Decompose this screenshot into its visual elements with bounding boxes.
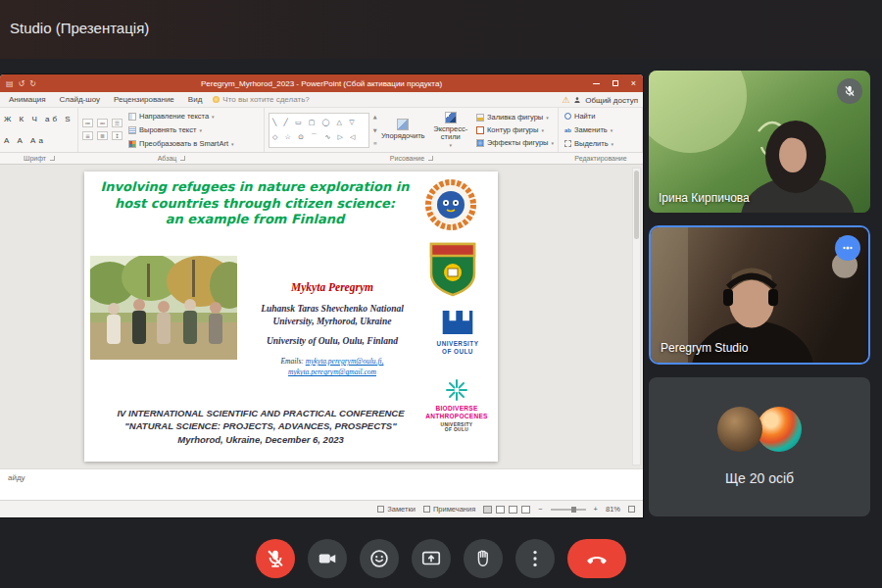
smiley-icon [368, 548, 390, 569]
university-emblem [427, 240, 478, 297]
notes-text: айду [8, 473, 25, 482]
arrange-button[interactable]: Упорядочить [381, 111, 425, 149]
ppt-status-bar: Заметки Примечания − + 81% [0, 500, 643, 517]
find-button[interactable]: Найти [564, 112, 636, 121]
notes-toggle[interactable]: Заметки [377, 505, 416, 514]
text-direction-button[interactable]: Направление текста▾ [128, 112, 260, 121]
window-controls: × [587, 74, 643, 92]
camera-button[interactable] [308, 539, 347, 578]
participant-name: Peregrym Studio [661, 341, 748, 355]
slideshow-icon[interactable] [521, 506, 530, 514]
conference-text: IV INTERNATIONAL SCIENTIFIC AND PRACTICA… [94, 407, 427, 446]
tab-review[interactable]: Рецензирование [107, 95, 181, 104]
shape-fill-button[interactable]: Заливка фигуры▾ [476, 113, 554, 122]
mic-button[interactable] [256, 539, 295, 578]
notes-pane[interactable]: айду [0, 468, 643, 500]
tab-animation[interactable]: Анимация [2, 95, 53, 104]
close-icon[interactable]: × [624, 74, 643, 92]
replace-button[interactable]: ab Заменить▾ [564, 125, 636, 134]
list-buttons-grid[interactable]: ≔≕☰ ≡≣↕ [82, 111, 124, 149]
quick-styles-icon [445, 112, 457, 123]
slide-sorter-icon[interactable] [496, 506, 505, 514]
zoom-slider[interactable] [551, 509, 586, 511]
undo-icon[interactable]: ↺ [19, 79, 25, 88]
find-icon [564, 113, 571, 120]
dialog-launcher-icon[interactable] [428, 156, 433, 161]
dialog-launcher-icon[interactable] [180, 156, 185, 161]
lightbulb-icon [213, 96, 220, 103]
font-buttons-row2[interactable]: А А Aa [4, 136, 74, 145]
quick-styles-button[interactable]: Экспресс-стили ▾ [429, 111, 472, 149]
shape-format-buttons: Заливка фигуры▾ Контур фигуры▾ Эффекты ф… [476, 111, 554, 149]
minimize-icon[interactable] [587, 74, 606, 92]
comments-toggle[interactable]: Примечания [423, 505, 475, 514]
select-button[interactable]: Выделить▾ [564, 139, 636, 148]
overflow-participants-tile[interactable]: Ще 20 осіб [649, 377, 870, 516]
powerpoint-window: ▤ ↺ ↻ Peregrym_Myrhorod_2023 - PowerPoin… [0, 74, 643, 517]
save-icon[interactable]: ▤ [6, 79, 14, 88]
slide-title: Involving refugees in nature exploration… [90, 179, 419, 228]
editing-group: Найти ab Заменить▾ Выделить▾ [559, 108, 643, 152]
slide-affiliation-2: University of Oulu, Oulu, Finland [239, 336, 425, 346]
restore-icon[interactable] [606, 74, 624, 92]
ribbon: Ж К Ч аб S А А Aa ≔≕☰ ≡≣↕ Направление те… [0, 108, 643, 153]
redo-icon[interactable]: ↻ [29, 79, 36, 88]
reactions-button[interactable] [360, 539, 399, 578]
tab-slideshow[interactable]: Слайд-шоу [53, 95, 107, 104]
smartart-icon [128, 140, 136, 148]
email-link-1[interactable]: mykyta.peregrym@oulu.fi, [306, 357, 384, 366]
end-call-button[interactable] [567, 539, 626, 578]
tell-me-box[interactable]: Что вы хотите сделать? [213, 95, 309, 104]
font-group: Ж К Ч аб S А А Aa [0, 108, 78, 152]
shapes-gallery[interactable]: ╲ ╱ ▭ ▢ ◯ △ ▽ ◇ ☆ ⊙ ⌒ ∿ ▷ ◁ ⊞ ● [269, 113, 369, 148]
shape-outline-icon [476, 126, 484, 134]
share-button[interactable]: Общий доступ [585, 96, 638, 105]
arrange-icon [397, 119, 409, 130]
ppt-titlebar: ▤ ↺ ↻ Peregrym_Myrhorod_2023 - PowerPoin… [0, 74, 643, 92]
avatar [757, 407, 802, 452]
oulu-logo-mark [441, 309, 474, 336]
slide-emails: Emails: mykyta.peregrym@oulu.fi, mykyta.… [239, 356, 425, 378]
paragraph-group: ≔≕☰ ≡≣↕ Направление текста▾ Выровнять те… [78, 108, 265, 152]
warning-icon: ⚠ [562, 95, 569, 105]
zoom-out-button[interactable]: − [538, 505, 542, 514]
more-options-button[interactable] [515, 539, 555, 578]
present-screen-icon [420, 548, 442, 569]
raise-hand-button[interactable] [464, 539, 503, 578]
call-controls [0, 529, 882, 588]
normal-view-icon[interactable] [483, 506, 492, 514]
fit-slide-icon[interactable] [628, 506, 635, 513]
vertical-scrollbar[interactable] [632, 168, 641, 466]
overflow-avatars [649, 407, 870, 452]
paragraph-buttons: Направление текста▾ Выровнять текст▾ Пре… [128, 111, 260, 149]
more-options-icon [524, 548, 546, 569]
shape-fill-icon [476, 114, 484, 122]
tab-view[interactable]: Вид [181, 95, 209, 104]
ribbon-tab-row: Анимация Слайд-шоу Рецензирование Вид Чт… [0, 92, 643, 108]
audio-level-badge [835, 235, 860, 261]
field-excursion-photo [90, 256, 237, 360]
participant-tile-iryna[interactable]: Ірина Кирпичова [649, 71, 870, 213]
shape-outline-button[interactable]: Контур фигуры▾ [476, 125, 554, 134]
zoom-in-button[interactable]: + [594, 505, 598, 514]
font-buttons-row1[interactable]: Ж К Ч аб S [4, 115, 74, 123]
present-button[interactable] [412, 539, 451, 578]
camera-icon [317, 548, 338, 569]
shapes-gallery-scroll[interactable]: ▲▼≡ [373, 111, 377, 149]
align-text-button[interactable]: Выровнять текст▾ [128, 125, 260, 134]
mic-off-icon [265, 548, 286, 569]
slide-author: Mykyta Peregrym [239, 281, 425, 293]
quick-access-toolbar[interactable]: ▤ ↺ ↻ [6, 79, 36, 88]
dialog-launcher-icon[interactable] [50, 156, 55, 161]
email-link-2[interactable]: mykyta.peregrym@gmail.com [288, 368, 376, 376]
slide-editing-area: Involving refugees in nature exploration… [0, 165, 643, 468]
participant-tile-peregrym[interactable]: Peregrym Studio [649, 225, 870, 365]
participant-name: Ірина Кирпичова [659, 191, 750, 205]
drawing-group: ╲ ╱ ▭ ▢ ◯ △ ▽ ◇ ☆ ⊙ ⌒ ∿ ▷ ◁ ⊞ ● ▲▼≡ Упор… [265, 108, 559, 152]
convert-smartart-button[interactable]: Преобразовать в SmartArt▾ [128, 139, 260, 148]
share-cluster: ⚠ Общий доступ [562, 92, 638, 108]
shape-effects-button[interactable]: Эффекты фигуры▾ [476, 138, 554, 147]
notes-icon [377, 506, 384, 513]
zoom-percent[interactable]: 81% [606, 505, 620, 514]
reading-view-icon[interactable] [509, 506, 517, 514]
